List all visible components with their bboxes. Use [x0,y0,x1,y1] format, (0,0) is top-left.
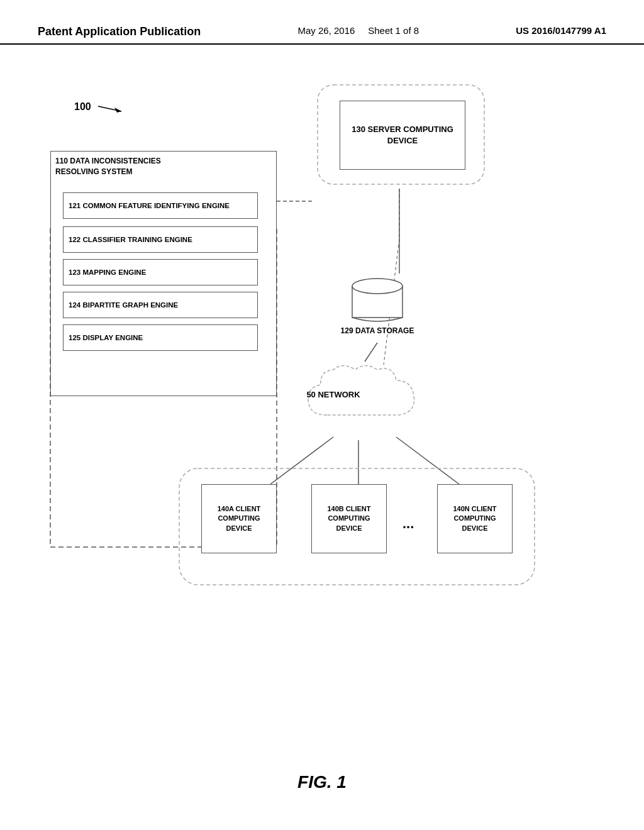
client-140n-label: 140N CLIENT COMPUTING DEVICE [441,504,508,533]
engine-123-label: 123 MAPPING ENGINE [69,268,146,277]
svg-text:100: 100 [74,101,91,112]
svg-text:50 NETWORK: 50 NETWORK [306,390,360,399]
engine-121-box: 121 COMMON FEATURE IDENTIFYING ENGINE [63,192,258,219]
server-label: 130 SERVER COMPUTING DEVICE [345,124,460,147]
system-110-label: 110 DATA INCONSISTENCIES RESOLVING SYSTE… [55,156,181,177]
data-storage-label: 129 DATA STORAGE [341,326,414,336]
engine-125-box: 125 DISPLAY ENGINE [63,324,258,351]
server-cloud-container: 130 SERVER COMPUTING DEVICE [314,82,491,189]
client-140a-box: 140A CLIENT COMPUTING DEVICE [201,484,277,553]
header-publication-label: Patent Application Publication [38,25,201,38]
header-date: May 26, 2016 [297,25,355,36]
data-storage-area: 129 DATA STORAGE [336,274,418,343]
engine-124-label: 124 BIPARTITE GRAPH ENGINE [69,301,178,310]
server-box: 130 SERVER COMPUTING DEVICE [340,101,465,170]
svg-point-14 [352,279,402,294]
client-140a-label: 140A CLIENT COMPUTING DEVICE [206,504,272,533]
engine-122-box: 122 CLASSIFIER TRAINING ENGINE [63,226,258,253]
engine-125-label: 125 DISPLAY ENGINE [69,333,143,343]
arrow-100-svg: 100 [74,97,137,116]
engine-122-label: 122 CLASSIFIER TRAINING ENGINE [69,235,192,245]
client-140b-label: 140B CLIENT COMPUTING DEVICE [316,504,382,533]
ellipsis-dots: ... [402,516,414,532]
header: Patent Application Publication May 26, 2… [0,0,644,45]
clients-area: 140A CLIENT COMPUTING DEVICE 140B CLIENT… [176,465,541,591]
patent-page: Patent Application Publication May 26, 2… [0,0,644,830]
network-cloud-svg: 50 NETWORK [302,358,428,440]
client-140n-box: 140N CLIENT COMPUTING DEVICE [437,484,513,553]
cylinder-svg [346,274,409,324]
header-sheet: Sheet 1 of 8 [368,25,419,36]
network-cloud: 50 NETWORK [302,358,428,440]
header-date-sheet: May 26, 2016 Sheet 1 of 8 [297,25,419,36]
engine-123-box: 123 MAPPING ENGINE [63,259,258,285]
header-patent-number: US 2016/0147799 A1 [516,25,606,36]
client-140b-box: 140B CLIENT COMPUTING DEVICE [311,484,387,553]
system-100-label: 100 [74,97,137,119]
engine-121-label: 121 COMMON FEATURE IDENTIFYING ENGINE [69,201,230,211]
figure-label: FIG. 1 [0,772,644,792]
engine-124-box: 124 BIPARTITE GRAPH ENGINE [63,292,258,318]
